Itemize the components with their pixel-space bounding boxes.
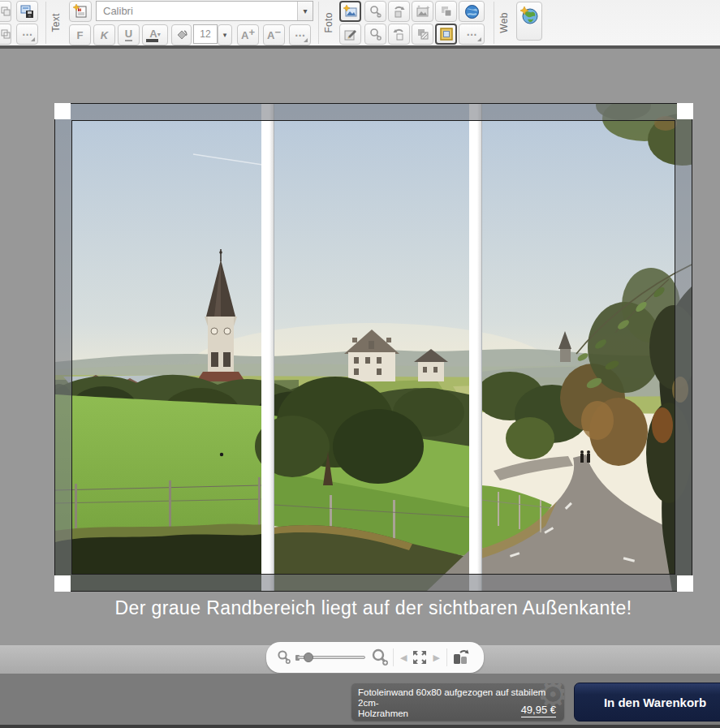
visible-area-outline [71, 120, 675, 575]
chevron-down-icon: ▾ [223, 31, 227, 39]
font-size-input[interactable]: 12 [193, 24, 218, 44]
format-fill-button[interactable] [171, 24, 192, 45]
orientation-rotate-icon [451, 648, 470, 667]
duplicate-photo-button[interactable] [435, 1, 457, 22]
corner-triangle-icon [477, 37, 481, 41]
previous-page-button[interactable]: ◀ [397, 653, 410, 663]
wrap-edge-band-left [55, 120, 71, 575]
font-color-button[interactable]: A ▾ [142, 24, 168, 45]
rotate-clockwise-icon [392, 5, 406, 19]
foto-more-button[interactable]: ⋯ [459, 24, 485, 45]
web-globe-star-icon [520, 6, 539, 25]
decrease-font-button[interactable]: A − [263, 24, 285, 45]
zoom-in-button[interactable] [370, 648, 390, 667]
photo-effects-icon [416, 4, 430, 19]
rotate-cw-button[interactable] [388, 1, 410, 22]
magnifier-plus-icon [370, 648, 390, 667]
fit-to-screen-button[interactable] [410, 648, 429, 667]
add-photo-icon [343, 4, 358, 19]
resize-handle-bottom-right[interactable] [677, 575, 693, 592]
frame-icon [439, 27, 454, 41]
font-family-value: Calibri [97, 5, 297, 17]
enlarge-photo-button[interactable] [364, 24, 386, 45]
zoom-toolbar-separator [446, 648, 447, 666]
underline-button[interactable]: U [118, 24, 140, 45]
text-more-button[interactable]: ⋯ [289, 24, 311, 45]
toolbar: ⋯ Text T Calibri ▾ F K U [0, 0, 720, 45]
chevron-down-icon: ▾ [157, 31, 161, 38]
resize-handle-top-right[interactable] [677, 103, 693, 119]
zoom-slider-thumb[interactable] [304, 653, 313, 662]
remove-photo-button[interactable] [364, 1, 386, 22]
zoom-slider[interactable] [297, 652, 365, 663]
web-section-label: Web [497, 0, 511, 45]
zoom-toolbar: ◀ ▶ [266, 642, 484, 673]
magnifier-minus-icon [276, 649, 292, 666]
canvas-preview[interactable] [55, 104, 692, 591]
footer-bar: ⚙ Fotoleinwand 60x80 aufgezogen auf stab… [0, 674, 720, 728]
text-section-label: Text [49, 0, 63, 45]
arrange-order-button[interactable] [412, 24, 433, 45]
photo-editor-window: ⋯ Text T Calibri ▾ F K U [0, 0, 720, 728]
globe-icon [464, 4, 480, 19]
corner-triangle-icon [31, 37, 35, 41]
next-page-button[interactable]: ▶ [429, 653, 442, 663]
add-to-cart-button[interactable]: In den Warenkorb [574, 683, 720, 722]
product-price[interactable]: 49,95 € [521, 704, 556, 717]
color-swatch [146, 39, 158, 42]
rotate-ccw-button[interactable] [388, 24, 410, 45]
add-photo-button[interactable] [339, 1, 361, 22]
pencil-edit-icon [343, 28, 357, 41]
font-size-value: 12 [200, 28, 210, 40]
expand-arrows-icon [410, 648, 429, 667]
canvas-hint-caption: Der graue Randbereich liegt auf der sich… [55, 597, 692, 619]
corner-triangle-icon [304, 38, 308, 42]
search-minus-icon [369, 5, 382, 19]
paint-bucket-icon [175, 28, 188, 41]
wrap-edge-band-bottom [55, 575, 692, 591]
foto-section-label: Foto [321, 0, 336, 45]
font-family-select[interactable]: Calibri ▾ [96, 1, 313, 21]
toolbar-separator [45, 2, 46, 44]
add-to-cart-label: In den Warenkorb [604, 696, 706, 709]
ellipsis-icon: ⋯ [467, 29, 477, 40]
photo-frame-button[interactable] [435, 24, 457, 45]
workspace: Der graue Randbereich liegt auf der sich… [0, 49, 720, 645]
toolbar-separator [318, 2, 319, 44]
left-more-button[interactable]: ⋯ [16, 24, 38, 45]
add-textfield-icon: T [73, 4, 88, 19]
product-info-box: ⚙ Fotoleinwand 60x80 aufgezogen auf stab… [351, 683, 564, 721]
arrange-pages-button[interactable] [0, 24, 11, 45]
add-text-button[interactable]: T [69, 1, 92, 22]
zoom-strip: ◀ ▶ [0, 645, 720, 674]
increase-font-button[interactable]: A + [237, 24, 259, 45]
svg-text:T: T [79, 7, 81, 12]
photo-effects-button[interactable] [412, 1, 433, 22]
italic-button[interactable]: K [93, 24, 115, 45]
web-upload-button[interactable] [516, 2, 542, 41]
wrap-edge-band-right [675, 120, 692, 575]
wrap-edge-band-top [55, 104, 692, 120]
zoom-out-button[interactable] [276, 649, 292, 666]
duplicate-page-button[interactable] [0, 1, 11, 22]
bold-button[interactable]: F [69, 24, 91, 45]
export-save-button[interactable] [16, 1, 38, 22]
toolbar-separator [494, 2, 494, 44]
resize-handle-bottom-left[interactable] [54, 575, 71, 592]
layers-icon [440, 5, 453, 18]
chevron-down-icon[interactable]: ▾ [297, 2, 313, 20]
internet-photo-button[interactable] [459, 1, 485, 22]
overlapping-frames-icon [1, 29, 11, 39]
search-plus-icon [369, 28, 382, 41]
save-export-icon [20, 5, 34, 19]
arrange-hatch-icon [416, 28, 429, 41]
font-size-dropdown-button[interactable]: ▾ [218, 24, 232, 45]
overlapping-pages-icon [1, 6, 11, 16]
zoom-toolbar-separator [393, 648, 394, 666]
rotate-counterclockwise-icon [392, 28, 406, 41]
resize-handle-top-left[interactable] [54, 103, 71, 119]
edit-photo-button[interactable] [339, 24, 361, 45]
window-bottom-edge [0, 725, 720, 728]
change-orientation-button[interactable] [451, 648, 470, 667]
